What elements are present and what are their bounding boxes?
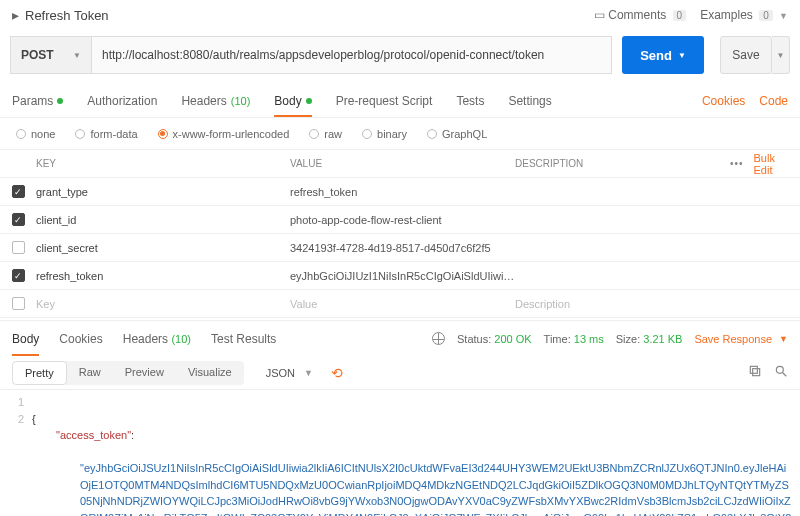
row-checkbox[interactable] [12,297,25,310]
svg-line-3 [783,373,787,377]
chevron-down-icon: ▼ [678,51,686,60]
svg-point-2 [776,366,783,373]
value-input[interactable]: Value [290,298,515,310]
value-input[interactable]: 3424193f-4728-4d19-8517-d450d7c6f2f5 [290,242,515,254]
tab-prerequest[interactable]: Pre-request Script [336,94,433,108]
bodytype-none[interactable]: none [16,128,55,140]
more-icon[interactable]: ••• [730,158,744,169]
row-checkbox[interactable] [12,185,25,198]
request-title: Refresh Token [25,8,594,23]
dot-indicator [306,98,312,104]
dot-indicator [57,98,63,104]
tab-settings[interactable]: Settings [508,94,551,108]
comments-button[interactable]: ▭ Comments 0 [594,8,686,22]
row-checkbox[interactable] [12,213,25,226]
save-dropdown[interactable]: ▼ [772,36,790,74]
table-row: refresh_tokeneyJhbGciOiJIUzI1NiIsInR5cCI… [0,262,800,290]
send-button[interactable]: Send ▼ [622,36,704,74]
view-preview[interactable]: Preview [113,361,176,385]
examples-dropdown[interactable]: Examples 0 ▼ [700,8,788,22]
save-response-dropdown[interactable]: Save Response▼ [694,333,788,345]
kv-header-key: KEY [0,158,290,169]
table-row: client_secret3424193f-4728-4d19-8517-d45… [0,234,800,262]
method-select[interactable]: POST ▼ [10,36,92,74]
tab-params[interactable]: Params [12,94,63,108]
key-input[interactable]: grant_type [36,186,290,198]
copy-icon[interactable] [748,364,762,381]
globe-icon[interactable] [432,332,445,345]
resp-tab-body[interactable]: Body [12,332,39,346]
chevron-down-icon: ▼ [73,51,81,60]
bodytype-form-data[interactable]: form-data [75,128,137,140]
view-raw[interactable]: Raw [67,361,113,385]
bodytype-urlencoded[interactable]: x-www-form-urlencoded [158,128,290,140]
bodytype-raw[interactable]: raw [309,128,342,140]
back-arrow-icon[interactable]: ▸ [12,7,19,23]
lang-select[interactable]: JSON▼ [258,363,321,383]
table-row: client_idphoto-app-code-flow-rest-client [0,206,800,234]
bulk-edit-link[interactable]: Bulk Edit [754,152,790,176]
value-input[interactable]: refresh_token [290,186,515,198]
cookies-link[interactable]: Cookies [702,94,745,108]
size-text: Size: 3.21 KB [616,333,683,345]
view-pretty[interactable]: Pretty [12,361,67,385]
key-input[interactable]: Key [36,298,290,310]
bodytype-binary[interactable]: binary [362,128,407,140]
tab-tests[interactable]: Tests [456,94,484,108]
code-link[interactable]: Code [759,94,788,108]
row-checkbox[interactable] [12,269,25,282]
kv-header-desc: DESCRIPTION [515,158,730,169]
bodytype-graphql[interactable]: GraphQL [427,128,487,140]
tab-headers[interactable]: Headers (10) [181,94,250,108]
kv-header-value: VALUE [290,158,515,169]
save-button[interactable]: Save [720,36,772,74]
row-checkbox[interactable] [12,241,25,254]
table-row: grant_typerefresh_token [0,178,800,206]
url-input[interactable]: http://localhost:8080/auth/realms/appsde… [92,36,612,74]
search-icon[interactable] [774,364,788,381]
value-input[interactable]: photo-app-code-flow-rest-client [290,214,515,226]
response-body[interactable]: 123 { "access_token": "eyJhbGciOiJSUzI1N… [0,390,800,516]
key-input[interactable]: refresh_token [36,270,290,282]
resp-tab-cookies[interactable]: Cookies [59,332,102,346]
tab-body[interactable]: Body [274,94,311,108]
desc-input[interactable]: Description [515,298,800,310]
status-text: Status: 200 OK [457,333,532,345]
svg-rect-1 [750,366,757,373]
key-input[interactable]: client_secret [36,242,290,254]
wrap-icon[interactable]: ⟲ [331,365,343,381]
key-input[interactable]: client_id [36,214,290,226]
svg-rect-0 [753,369,760,376]
resp-tab-testresults[interactable]: Test Results [211,332,276,346]
time-text: Time: 13 ms [544,333,604,345]
tab-authorization[interactable]: Authorization [87,94,157,108]
view-visualize[interactable]: Visualize [176,361,244,385]
value-input[interactable]: eyJhbGciOiJIUzI1NiIsInR5cCIgOiAiSldUIiwi… [290,270,515,282]
resp-tab-headers[interactable]: Headers (10) [123,332,191,346]
